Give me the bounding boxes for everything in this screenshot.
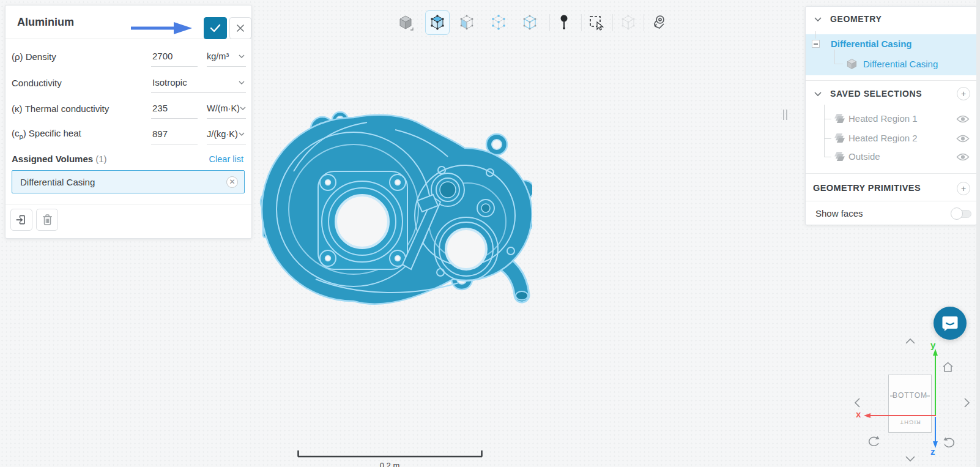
remove-assignment-icon[interactable]: ✕: [226, 176, 238, 188]
thermal-conductivity-label: (κ) Thermal conductivity: [12, 103, 109, 114]
panel-resize-handle[interactable]: [783, 110, 787, 120]
visibility-eye-icon[interactable]: [956, 114, 970, 124]
conductivity-dropdown[interactable]: Isotropic: [151, 72, 246, 93]
chevron-down-icon: [814, 92, 822, 97]
tree-item-differential-casing-child[interactable]: Differential Casing: [863, 59, 938, 69]
probe-point-button[interactable]: [552, 10, 576, 35]
density-unit-value: kg/m³: [207, 51, 229, 61]
page-scrollbar[interactable]: [976, 0, 980, 467]
viewport-model-differential-casing[interactable]: [257, 98, 532, 309]
axis-z-label[interactable]: z: [930, 446, 935, 457]
measure-tape-icon: [651, 14, 668, 31]
thermal-conductivity-input[interactable]: [151, 98, 198, 118]
hide-selection-button[interactable]: [616, 10, 640, 35]
clear-list-link[interactable]: Clear list: [209, 154, 243, 164]
conductivity-label: Conductivity: [12, 78, 62, 88]
add-saved-selection-button[interactable]: +: [957, 87, 970, 100]
toolbar-separator: [549, 14, 550, 31]
select-edge-button[interactable]: [518, 10, 542, 35]
saved-selections-title: SAVED SELECTIONS: [830, 89, 922, 99]
select-vertex-icon: [490, 14, 507, 31]
collapse-toggle[interactable]: [812, 40, 820, 48]
thermal-conductivity-unit-dropdown[interactable]: W/(m·K): [207, 98, 246, 119]
tree-item-differential-casing-root[interactable]: Differential Casing: [831, 39, 912, 49]
conductivity-row: Conductivity Isotropic: [6, 70, 251, 95]
assigned-volumes-label: Assigned Volumes (1): [12, 154, 107, 164]
tree-connector: [834, 50, 835, 64]
add-geometry-primitive-button[interactable]: +: [957, 182, 970, 195]
select-face-button[interactable]: [455, 10, 479, 35]
geometry-section-title: GEOMETRY: [830, 14, 882, 24]
tree-connector: [815, 31, 816, 39]
tree-connector: [824, 119, 831, 119]
visibility-eye-icon[interactable]: [956, 152, 970, 162]
select-vertex-button[interactable]: [486, 10, 511, 35]
saved-selection-heated-region-1[interactable]: Heated Region 1: [848, 113, 918, 124]
hide-selection-icon: [620, 14, 637, 31]
render-mode-cube-icon: [397, 14, 414, 31]
specific-heat-unit-value: J/(kg·K): [207, 129, 238, 139]
density-input[interactable]: [151, 46, 198, 66]
chevron-down-icon: [239, 54, 245, 58]
chat-bubble-icon: [941, 315, 959, 332]
toolbar-separator: [581, 14, 582, 31]
toolbar-separator: [644, 14, 644, 31]
probe-point-icon: [559, 14, 570, 31]
density-label: (ρ) Density: [12, 51, 56, 62]
thermal-conductivity-row: (κ) Thermal conductivity W/(m·K): [6, 95, 251, 121]
saved-selection-outside[interactable]: Outside: [848, 151, 880, 162]
assignment-chip-label: Differential Casing: [20, 177, 226, 187]
assign-document-icon: [15, 214, 28, 226]
axis-x-label[interactable]: x: [856, 409, 861, 419]
show-faces-label: Show faces: [815, 208, 863, 219]
saved-selection-heated-region-2[interactable]: Heated Region 2: [848, 133, 918, 143]
scene-tree-panel: GEOMETRY Differential Casing Differentia…: [805, 6, 977, 225]
select-volume-icon: [429, 14, 446, 31]
section-divider: [806, 201, 976, 201]
geometry-section-header[interactable]: GEOMETRY: [806, 12, 976, 28]
apply-button[interactable]: [204, 17, 227, 39]
specific-heat-unit-dropdown[interactable]: J/(kg·K): [207, 124, 246, 144]
specific-heat-input[interactable]: [151, 124, 198, 144]
density-input-box: [151, 46, 198, 67]
visibility-eye-icon[interactable]: [956, 134, 970, 143]
select-face-icon: [458, 14, 475, 31]
specific-heat-label: (cp) Specific heat: [12, 128, 81, 140]
face-set-icon: [834, 133, 845, 143]
assigned-volumes-count: (1): [95, 154, 106, 164]
chat-widget-button[interactable]: [934, 307, 967, 340]
section-divider: [806, 80, 976, 81]
trash-icon: [42, 214, 53, 226]
saved-selections-header[interactable]: SAVED SELECTIONS +: [806, 86, 976, 102]
select-volume-button[interactable]: [425, 10, 450, 35]
delete-material-button[interactable]: [36, 209, 58, 231]
tree-connector: [824, 105, 825, 157]
conductivity-value: Isotropic: [151, 77, 187, 88]
chevron-down-icon: [239, 132, 245, 136]
material-title: Aluminium: [17, 6, 74, 39]
assignment-chip[interactable]: Differential Casing ✕: [12, 170, 245, 193]
scale-bar-label: 0.2 m: [371, 461, 408, 467]
render-mode-cube-button[interactable]: [393, 10, 418, 35]
assigned-volumes-row: Assigned Volumes (1) Clear list: [6, 151, 251, 168]
axis-y-label[interactable]: y: [930, 340, 935, 350]
density-unit-dropdown[interactable]: kg/m³: [207, 46, 246, 67]
section-divider: [806, 173, 976, 174]
material-panel-header: Aluminium: [6, 6, 251, 39]
show-faces-toggle[interactable]: [951, 209, 971, 219]
cancel-button[interactable]: [229, 17, 251, 39]
chevron-down-icon: [814, 17, 822, 22]
material-settings-panel: Aluminium (ρ) Density kg/m³ Conductivity…: [5, 5, 252, 239]
box-select-button[interactable]: [584, 10, 609, 35]
toolbar-separator: [612, 14, 613, 31]
import-assignment-button[interactable]: [10, 209, 32, 231]
solid-cube-icon: [846, 58, 858, 70]
thermal-conductivity-unit-value: W/(m·K): [207, 103, 240, 113]
tree-connector: [824, 157, 831, 157]
select-edge-icon: [521, 14, 538, 31]
face-set-icon: [834, 113, 845, 124]
rotate-right-chevron[interactable]: [963, 397, 970, 408]
chevron-down-icon: [240, 106, 246, 110]
measure-button[interactable]: [647, 10, 672, 35]
density-row: (ρ) Density kg/m³: [6, 43, 251, 69]
